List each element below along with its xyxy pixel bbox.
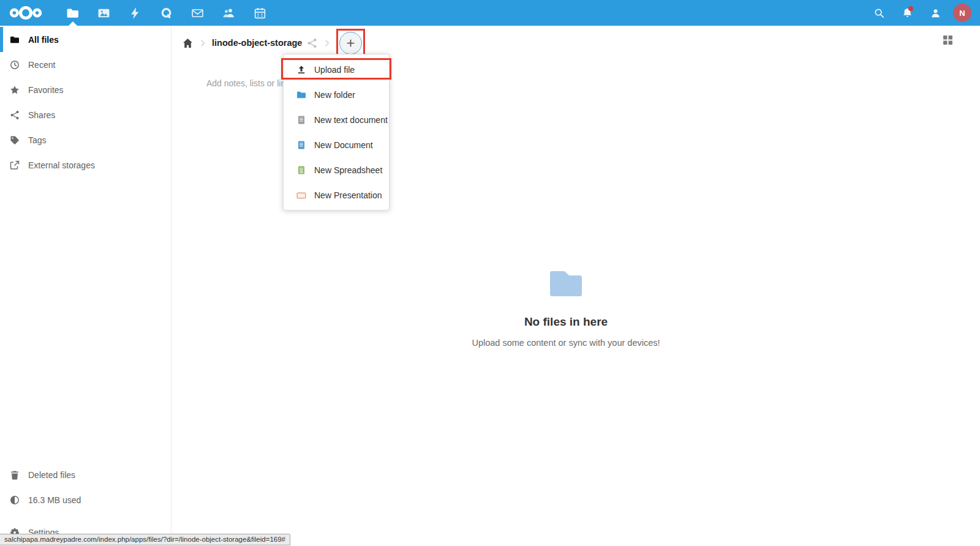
spreadsheet-icon [296, 165, 306, 175]
calendar-app-icon [254, 7, 266, 20]
notifications-bell-icon[interactable] [893, 0, 921, 26]
new-presentation-menu-item[interactable]: New Presentation [284, 182, 389, 208]
sidebar-item-external-storages[interactable]: External storages [0, 152, 171, 178]
sidebar-item-deleted-files[interactable]: Deleted files [0, 462, 171, 487]
files-app-icon [66, 7, 79, 20]
clock-icon [10, 60, 20, 70]
chevron-right-icon [198, 39, 207, 48]
chevron-right-icon [322, 39, 331, 48]
quota-pie-icon [10, 495, 20, 505]
sidebar-item-label: Recent [28, 60, 55, 70]
folder-blue-icon [296, 90, 306, 100]
breadcrumb-folder-name[interactable]: linode-object-storage [212, 38, 302, 48]
empty-state-title: No files in here [172, 315, 960, 329]
file-text-blue-icon [296, 140, 306, 150]
mail-app-icon [191, 7, 204, 20]
sidebar-nav: All filesRecentFavoritesSharesTagsExtern… [0, 26, 171, 178]
sidebar-item-tags[interactable]: Tags [0, 127, 171, 152]
top-header-bar: N [0, 0, 980, 26]
header-right-actions: N [865, 0, 971, 26]
sidebar-item-label: External storages [28, 160, 95, 170]
grid-view-toggle-icon[interactable] [943, 35, 953, 48]
folder-icon [10, 35, 20, 45]
external-link-icon [10, 160, 20, 170]
sidebar-item-shares[interactable]: Shares [0, 102, 171, 127]
empty-state-subtitle: Upload some content or sync with your de… [172, 338, 960, 348]
empty-state: No files in here Upload some content or … [172, 267, 960, 348]
menu-item-label: New text document [314, 115, 388, 125]
nextcloud-files-app: N All filesRecentFavoritesSharesTagsExte… [0, 0, 980, 546]
sidebar-item-label: Tags [28, 135, 47, 145]
home-icon[interactable] [183, 38, 193, 48]
menu-item-label: New folder [314, 90, 355, 100]
tag-icon [10, 135, 20, 145]
sidebar-item-label: Shares [28, 110, 55, 120]
upload-file-menu-item[interactable]: Upload file [284, 57, 389, 82]
star-icon [10, 85, 20, 95]
app-tab-contacts[interactable] [213, 0, 244, 26]
new-document-menu-item[interactable]: New Document [284, 132, 389, 157]
sidebar-footer: Deleted files16.3 MB usedSettings [0, 462, 171, 545]
menu-item-label: Upload file [314, 65, 355, 75]
presentation-icon [296, 190, 306, 200]
activity-app-icon [129, 7, 141, 20]
new-spreadsheet-menu-item[interactable]: New Spreadsheet [284, 157, 389, 182]
new-button-red-highlight [336, 29, 365, 58]
header-app-tabs [57, 0, 276, 26]
contacts-app-icon [222, 7, 235, 20]
sidebar-item-label: 16.3 MB used [28, 495, 81, 505]
menu-item-label: New Spreadsheet [314, 165, 382, 175]
upload-icon [296, 65, 306, 75]
search-icon[interactable] [865, 0, 893, 26]
sidebar: All filesRecentFavoritesSharesTagsExtern… [0, 26, 172, 546]
app-tab-mail[interactable] [182, 0, 213, 26]
share-icon[interactable] [307, 38, 317, 48]
sidebar-item-16.3-mb-used[interactable]: 16.3 MB used [0, 487, 171, 512]
plus-icon [345, 38, 356, 48]
new-text-document-menu-item[interactable]: New text document [284, 107, 389, 132]
link-status-tooltip: salchipapa.madreypadre.com/index.php/app… [0, 534, 290, 545]
notification-dot [908, 6, 913, 11]
files-content-area: linode-object-storage Add notes, lists o… [172, 26, 980, 546]
app-tab-activity[interactable] [119, 0, 151, 26]
share-icon [10, 110, 20, 120]
sidebar-item-favorites[interactable]: Favorites [0, 77, 171, 102]
trash-icon [10, 470, 20, 480]
sidebar-item-recent[interactable]: Recent [0, 52, 171, 77]
contacts-menu-icon[interactable] [921, 0, 949, 26]
user-avatar[interactable]: N [953, 4, 971, 22]
notes-placeholder-text[interactable]: Add notes, lists or lin [206, 78, 285, 88]
app-tab-q-app[interactable] [151, 0, 182, 26]
new-button[interactable] [339, 32, 362, 54]
nextcloud-logo-icon[interactable] [8, 4, 43, 22]
app-tab-photos[interactable] [88, 0, 119, 26]
file-text-gray-icon [296, 115, 306, 125]
sidebar-item-label: Favorites [28, 85, 64, 95]
menu-item-label: New Document [314, 140, 373, 150]
sidebar-item-label: All files [28, 35, 59, 45]
empty-folder-icon [172, 267, 960, 301]
app-tab-calendar[interactable] [244, 0, 276, 26]
app-tab-files[interactable] [57, 0, 88, 26]
new-menu: Upload fileNew folderNew text documentNe… [283, 54, 390, 211]
q-app-icon [160, 7, 173, 20]
sidebar-item-all-files[interactable]: All files [0, 27, 171, 52]
sidebar-item-label: Deleted files [28, 470, 75, 480]
photos-app-icon [97, 7, 110, 20]
menu-item-label: New Presentation [314, 190, 382, 200]
breadcrumb: linode-object-storage [183, 29, 365, 56]
new-folder-menu-item[interactable]: New folder [284, 82, 389, 107]
